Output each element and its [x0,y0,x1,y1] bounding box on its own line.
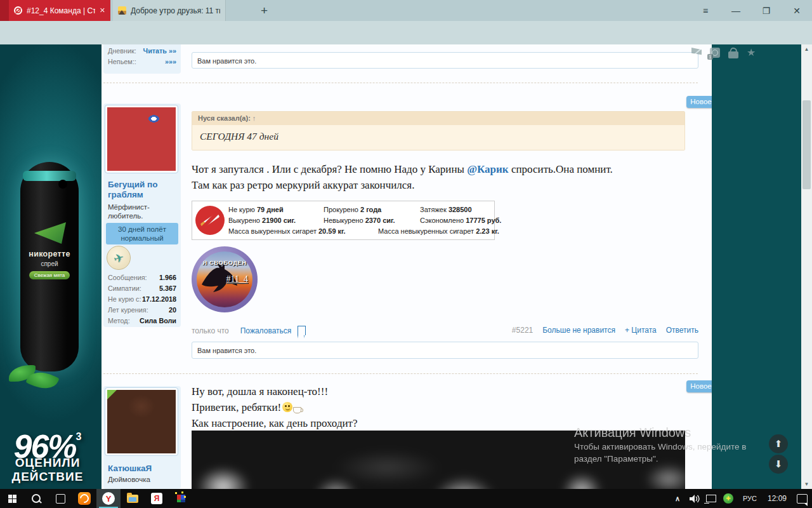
ad-claim-line1: ОЦЕНИЛИ [0,456,95,470]
ad-claim-line2: ДЕЙСТВИЕ [0,470,95,484]
quote-arrow-icon[interactable]: ↑ [252,114,256,122]
yandex-browser-icon: Y [102,492,115,505]
unlocked-padlock-icon[interactable] [728,51,738,58]
volume-icon[interactable] [686,489,703,508]
tab-title: #12_4 Команда | Страниц [27,6,95,15]
post-footer: только что Пожаловаться #5221 Больше не … [192,326,698,335]
new-post-badge: Новое [686,96,712,108]
new-tab-button[interactable]: + [254,0,275,21]
username-link[interactable]: КатюшкаЯ [108,464,152,474]
airplane-medal-icon[interactable]: ✈ [107,246,131,270]
username-link[interactable]: Бегущий пограблям [108,180,157,200]
quote-link[interactable]: + Цитата [625,326,657,335]
nicorette-logo [34,222,66,244]
scrollbar-down-arrow[interactable]: ▼ [801,479,812,489]
post-message-line2: Там как раз ретро меркурий аккурат закон… [192,177,414,193]
flavor-badge: Свежая мята [29,271,70,279]
nicorette-ad-banner[interactable]: никоретте спрей Свежая мята 96%3 ОЦЕНИЛИ… [0,44,102,489]
user-card: КатюшкаЯ Дюймовочка [103,386,181,489]
uc-browser-icon [78,492,91,505]
badge-top-text: Я СВОБОДЕН [197,259,252,266]
game-app-button[interactable] [169,489,193,508]
milestone-ribbon: 30 дней полётнормальный [106,223,178,244]
start-button[interactable] [0,489,24,508]
tray-chevron-icon[interactable]: ∧ [670,489,685,508]
post-timestamp: только что [192,326,229,335]
no-smoking-icon [195,206,225,235]
no-smoking-favicon [14,6,22,15]
user-mention-link[interactable]: @Карик [467,163,508,175]
user-card: Бегущий пограблям Мёрфинист-любитель. 30… [103,104,181,327]
restore-button[interactable]: ❐ [751,0,782,21]
partial-user-card: Метод:Сила Воли Дневник:Читать »» Непьем… [103,44,181,74]
bottle-cap [23,171,76,181]
address-bar: ← Я ↻ ne-kurim.ru #12_4 Команда | Страни… [0,21,812,44]
task-view-icon [56,494,65,504]
language-indicator[interactable]: РУС [737,489,763,508]
picture-favicon [118,6,126,15]
like-status-box: Вам нравится это. [192,52,698,69]
smiley-emoji [282,402,292,412]
search-button[interactable] [24,489,48,508]
user-avatar[interactable] [105,105,178,173]
scroll-to-bottom-button[interactable]: ⬇ [769,455,788,474]
diary-link[interactable]: Читать »» [143,46,176,57]
post-number[interactable]: #5221 [512,326,533,335]
report-link[interactable]: Пожаловаться [240,326,292,335]
turbo-off-icon[interactable] [691,48,702,58]
spray-bottle-image: никоретте спрей Свежая мята [20,162,79,371]
unlike-link[interactable]: Больше не нравится [542,326,615,335]
stat-row: Дневник:Читать »» [108,46,176,57]
browser-menu-icon[interactable]: ≡ [690,0,721,21]
tab-video[interactable]: Доброе утро друзья: 11 ты [113,0,226,21]
tab-edge-strip [0,0,9,21]
nepem-link[interactable]: »»» [165,57,176,67]
post-message-line1: Ну вот, дошла я наконец-то!!! [192,384,328,399]
coffee-cup-emoji [293,407,301,413]
clock[interactable]: 12:09 [763,489,792,508]
tab-close-icon[interactable]: ✕ [100,6,105,15]
close-button[interactable]: ✕ [782,0,812,21]
scrollbar-thumb[interactable] [802,100,811,189]
stat-row: Метод:Сила Воли [108,44,176,45]
network-icon[interactable] [703,489,719,508]
file-explorer-button[interactable] [121,489,145,508]
minimize-button[interactable]: — [721,0,751,21]
action-center-icon[interactable] [793,489,811,508]
bookmark-icon[interactable] [298,326,306,335]
browser-scrollbar[interactable]: ▲ ▼ [801,44,812,489]
uc-browser-button[interactable] [72,489,96,508]
stat-row: Непьем::»»» [108,57,176,67]
brand-name: никоретте [20,250,79,258]
online-indicator [107,390,117,399]
tab-forum[interactable]: #12_4 Команда | Страниц ✕ [9,0,110,21]
task-view-button[interactable] [48,489,72,508]
new-post-badge: Новое [686,380,712,392]
bookmark-star-icon[interactable]: ★ [747,48,756,58]
user-avatar[interactable] [105,388,178,455]
quote-header[interactable]: Нуся сказал(а): ↑ [192,112,684,125]
doll-avatar-image [107,390,176,453]
team-badge-image: Я СВОБОДЕН #11_4 [192,246,258,312]
user-custom-title: Дюймовочка [108,475,150,484]
adblock-icon[interactable]: 1 [710,48,720,58]
yandex-app-button[interactable]: Я [145,489,169,508]
badge-team-number: #11_4 [226,274,248,284]
adblock-count-badge: 1 [707,54,713,60]
spray-nozzle [58,180,67,189]
yandex-browser-button[interactable]: Y [96,489,121,508]
antivirus-tray-icon[interactable]: ✚ [719,489,737,508]
user-custom-title: Мёрфинист-любитель. [108,203,150,220]
browser-tab-bar: #12_4 Команда | Страниц ✕ Доброе утро др… [0,0,812,21]
reply-link[interactable]: Ответить [666,326,698,335]
like-status-box: Вам нравится это. [192,342,698,359]
scrollbar-up-arrow[interactable]: ▲ [801,44,812,54]
post-message-line3: Как настроение, как день проходит? [192,415,358,431]
smoking-stats-box: Не курю 79 дней Прокурено 2 года Затяжек… [192,201,495,240]
windows-taskbar: Y Я ∧ ✚ РУС 12:09 [0,489,812,508]
soldier-avatar-image [107,107,176,171]
post-separator [103,83,698,83]
post-message-line2: Приветик, ребятки! [192,399,301,415]
scroll-to-top-button[interactable]: ⬆ [769,434,788,453]
cube-app-icon [177,495,185,503]
